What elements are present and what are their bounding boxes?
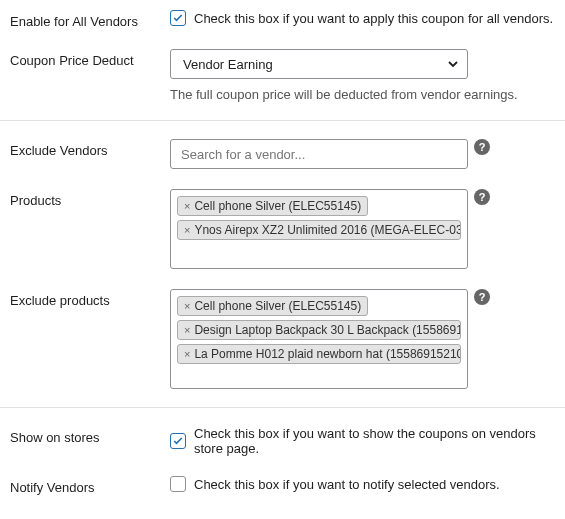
row-notify-vendors: Notify Vendors Check this box if you wan… <box>0 466 565 505</box>
label-exclude-vendors: Exclude Vendors <box>10 139 170 158</box>
label-enable-all: Enable for All Vendors <box>10 10 170 29</box>
input-exclude-vendors[interactable]: Search for a vendor... <box>170 139 468 169</box>
product-tag[interactable]: × Cell phone Silver (ELEC55145) <box>177 296 368 316</box>
help-icon[interactable]: ? <box>474 289 490 305</box>
row-exclude-products: Exclude products × Cell phone Silver (EL… <box>0 279 565 399</box>
row-show-on-stores: Show on stores Check this box if you wan… <box>0 416 565 466</box>
divider <box>0 407 565 408</box>
row-coupon-deduct: Coupon Price Deduct Vendor Earning The f… <box>0 39 565 112</box>
product-tag-label: Cell phone Silver (ELEC55145) <box>194 199 361 213</box>
product-tag[interactable]: × Design Laptop Backpack 30 L Backpack (… <box>177 320 461 340</box>
product-tag-label: Design Laptop Backpack 30 L Backpack (15… <box>194 323 461 337</box>
chevron-down-icon <box>447 58 459 70</box>
label-coupon-deduct: Coupon Price Deduct <box>10 49 170 68</box>
divider <box>0 120 565 121</box>
row-exclude-vendors: Exclude Vendors Search for a vendor... ? <box>0 129 565 179</box>
check-icon <box>172 12 184 24</box>
close-icon[interactable]: × <box>184 225 190 236</box>
label-show-on-stores: Show on stores <box>10 426 170 445</box>
product-tag[interactable]: × Cell phone Silver (ELEC55145) <box>177 196 368 216</box>
label-products: Products <box>10 189 170 208</box>
tagbox-products[interactable]: × Cell phone Silver (ELEC55145) × Ynos A… <box>170 189 468 269</box>
helper-coupon-deduct: The full coupon price will be deducted f… <box>170 87 555 102</box>
row-enable-all-vendors: Enable for All Vendors Check this box if… <box>0 0 565 39</box>
close-icon[interactable]: × <box>184 201 190 212</box>
help-icon[interactable]: ? <box>474 189 490 205</box>
close-icon[interactable]: × <box>184 325 190 336</box>
product-tag[interactable]: × Ynos Airepx XZ2 Unlimited 2016 (MEGA-E… <box>177 220 461 240</box>
product-tag-label: Ynos Airepx XZ2 Unlimited 2016 (MEGA-ELE… <box>194 223 461 237</box>
input-exclude-vendors-placeholder: Search for a vendor... <box>181 147 305 162</box>
close-icon[interactable]: × <box>184 301 190 312</box>
checkbox-enable-all[interactable] <box>170 10 186 26</box>
label-notify-vendors: Notify Vendors <box>10 476 170 495</box>
checkbox-notify-vendors-text: Check this box if you want to notify sel… <box>194 477 500 492</box>
checkbox-show-on-stores[interactable] <box>170 433 186 449</box>
checkbox-enable-all-text: Check this box if you want to apply this… <box>194 11 553 26</box>
select-coupon-deduct-value: Vendor Earning <box>183 57 273 72</box>
tagbox-exclude-products[interactable]: × Cell phone Silver (ELEC55145) × Design… <box>170 289 468 389</box>
check-icon <box>172 435 184 447</box>
help-icon[interactable]: ? <box>474 139 490 155</box>
product-tag-label: La Pomme H012 plaid newborn hat (1558691… <box>194 347 461 361</box>
checkbox-notify-vendors[interactable] <box>170 476 186 492</box>
checkbox-show-on-stores-text: Check this box if you want to show the c… <box>194 426 555 456</box>
select-coupon-deduct[interactable]: Vendor Earning <box>170 49 468 79</box>
row-products: Products × Cell phone Silver (ELEC55145)… <box>0 179 565 279</box>
product-tag[interactable]: × La Pomme H012 plaid newborn hat (15586… <box>177 344 461 364</box>
close-icon[interactable]: × <box>184 349 190 360</box>
label-exclude-products: Exclude products <box>10 289 170 308</box>
product-tag-label: Cell phone Silver (ELEC55145) <box>194 299 361 313</box>
